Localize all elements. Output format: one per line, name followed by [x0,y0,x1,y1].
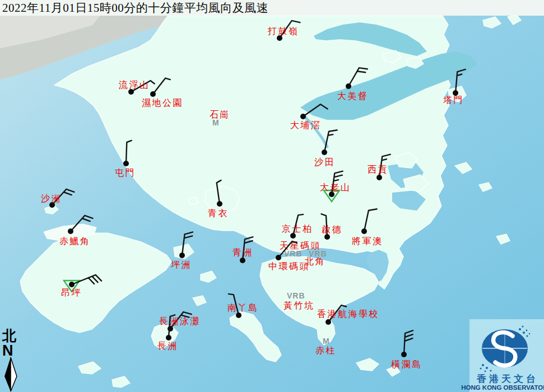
station-dot [166,335,171,340]
station-label: 長洲泳灘 [159,316,201,326]
station-label: 沙洲 [41,194,62,203]
missing-data-tag: M [212,118,220,127]
map-title: 2022年11月01日15時00分的十分鐘平均風向及風速 [2,1,268,15]
variable-wind-tag: VRB [284,249,303,258]
station-label: 中環碼頭 [268,262,310,271]
station-label: 黃竹坑 [283,301,315,310]
station-label: 赤鱲角 [59,236,91,246]
station-label: 流浮山 [119,80,150,90]
station-dot [150,91,156,97]
logo-name-cjk: 香港天文台 [476,374,538,384]
station-dot [346,83,351,89]
compass-north-letter: N [2,342,13,359]
station-label: 打鼓嶺 [267,26,299,36]
station-dot [300,114,306,119]
station-label: 沙田 [314,157,335,167]
station-label: 大老山 [320,183,351,192]
station-dot [68,228,73,234]
station-label: 昂坪 [61,288,82,297]
station-dot [168,326,173,332]
station-dot [276,255,281,260]
station-label: 橫瀾島 [391,360,422,369]
station-label: 塔門 [443,95,464,105]
station-label: 北角 [305,256,326,266]
station-label: 西貢 [368,165,388,175]
logo-name-en: HONG KONG OBSERVATORY [461,384,544,391]
station-dot [123,161,129,166]
station-dot [290,233,296,239]
station-dot [322,150,327,155]
station-dot [236,312,241,318]
station-label: 石崗 [210,110,230,119]
station-label: 濕地公園 [142,98,183,108]
station-dot [376,175,382,180]
station-dot [324,234,330,240]
station-label: 南丫島 [227,303,259,312]
station-label: 坪洲 [171,260,192,269]
station-label: 京士柏 [282,224,313,234]
station-label: 屯門 [115,168,136,178]
station-label: 赤柱 [315,346,336,355]
compass-north-cjk: 北 [2,328,17,343]
station-label: 大美督 [337,91,369,101]
station-dot [179,253,185,258]
station-dot [401,352,407,357]
station-dot [326,319,331,325]
station-dot [277,35,282,41]
station-dot [361,228,367,234]
station-label: 啟德 [322,225,342,234]
station-dot [217,201,222,207]
station-dot [240,258,245,263]
station-label: 將軍澳 [352,236,383,246]
station-label: 大埔滘 [290,120,322,130]
station-dot [128,89,134,95]
station-label: 青衣 [208,208,229,218]
station-label: 青洲 [233,248,253,257]
station-dot [69,282,75,287]
hk-wind-map: 打鼓嶺流浮山濕地公園M石崗大美督塔門大埔滘沙田西貢大老山屯門沙洲赤鱲角青衣青洲坪… [0,0,544,392]
hko-logo: 香港天文台 HONG KONG OBSERVATORY [461,319,544,392]
variable-wind-tag: VRB [287,291,305,300]
station-label: 香港航海學校 [317,309,379,319]
wind-map-screen: 打鼓嶺流浮山濕地公園M石崗大美督塔門大埔滘沙田西貢大老山屯門沙洲赤鱲角青衣青洲坪… [0,0,544,392]
station-label: 長洲 [157,341,178,351]
station-dot [329,192,334,197]
missing-data-tag: M [323,337,330,346]
